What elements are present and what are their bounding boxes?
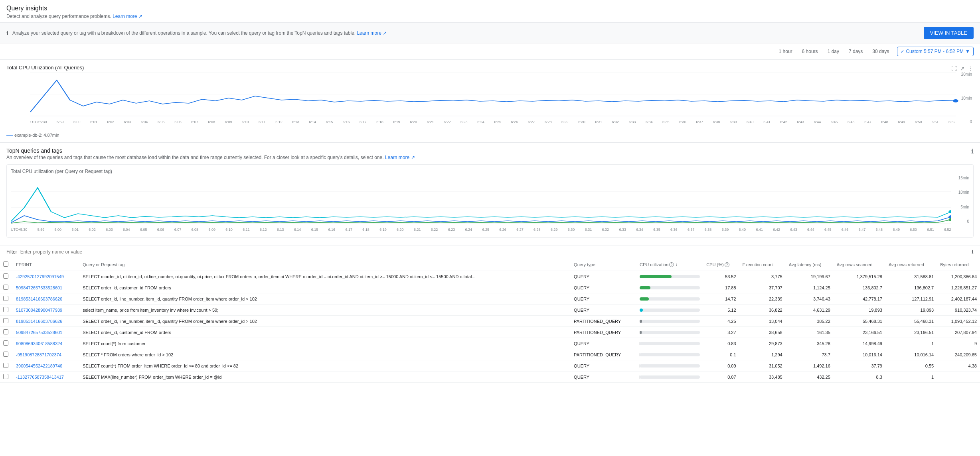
time-range-7days[interactable]: 7 days — [847, 48, 864, 55]
row-avg-rows-scanned: 23,166.51 — [834, 327, 885, 338]
row-checkbox-9[interactable] — [3, 374, 8, 379]
th-cpu-util: CPU utilization ? ↓ — [636, 258, 703, 271]
row-query: SELECT order_id, customer_id FROM orders — [79, 282, 571, 293]
fprint-link-7[interactable]: -951908728871702374 — [16, 352, 61, 357]
row-checkbox-cell — [0, 349, 13, 360]
per-query-cpu-chart: 15min 10min 5min 0 UT — [11, 176, 969, 232]
row-cpu-pct: 5.12 — [703, 305, 739, 316]
row-bytes-returned — [937, 371, 980, 383]
chart-share-icon[interactable]: ↗ — [960, 65, 965, 72]
row-cpu-pct: 17.88 — [703, 282, 739, 293]
row-cpu-bar — [636, 327, 703, 338]
row-bytes-returned: 1,226,851.27 — [937, 282, 980, 293]
row-query: SELECT count(*) from customer — [79, 338, 571, 349]
row-avg-latency: 432.25 — [786, 371, 834, 383]
row-checkbox-3[interactable] — [3, 307, 8, 312]
row-checkbox-2[interactable] — [3, 296, 8, 301]
row-checkbox-8[interactable] — [3, 363, 8, 368]
row-cpu-bar — [636, 293, 703, 305]
time-range-30days[interactable]: 30 days — [871, 48, 891, 55]
row-query-type: QUERY — [571, 360, 636, 371]
view-in-table-button[interactable]: VIEW IN TABLE — [924, 27, 974, 39]
time-range-custom[interactable]: ✓ Custom 5:57 PM - 6:52 PM ▼ — [897, 47, 974, 56]
row-avg-latency: 4,631.29 — [786, 305, 834, 316]
row-avg-rows-returned: 1 — [885, 371, 937, 383]
filter-info-icon[interactable]: ℹ — [972, 249, 974, 255]
row-checkbox-4[interactable] — [3, 318, 8, 323]
time-range-1hour[interactable]: 1 hour — [777, 48, 794, 55]
th-avg-rows-returned: Avg rows returned — [885, 258, 937, 271]
row-checkbox-1[interactable] — [3, 285, 8, 290]
row-cpu-bar — [636, 316, 703, 327]
row-query-type: PARTITIONED_QUERY — [571, 316, 636, 327]
fprint-link-4[interactable]: 8198531416603786626 — [16, 319, 62, 324]
row-checkbox-5[interactable] — [3, 329, 8, 334]
cpu-util-info-icon[interactable]: ? — [669, 262, 674, 267]
row-avg-latency: 385.22 — [786, 316, 834, 327]
page-title: Query insights — [6, 5, 974, 12]
row-avg-rows-scanned: 10,016.14 — [834, 349, 885, 360]
row-checkbox-cell — [0, 327, 13, 338]
fprint-link-5[interactable]: 5098472657533528601 — [16, 330, 62, 335]
total-cpu-chart-svg — [30, 72, 956, 116]
row-fprint: 3900544552422189746 — [13, 360, 79, 371]
row-query: SELECT * FROM orders where order_id > 10… — [79, 349, 571, 360]
row-query: SELECT order_id, line_number, item_id, q… — [79, 316, 571, 327]
chart-more-icon[interactable]: ⋮ — [968, 65, 974, 72]
fprint-link-2[interactable]: 8198531416603786626 — [16, 297, 62, 301]
th-fprint: FPRINT — [13, 258, 79, 271]
row-avg-rows-returned: 0.55 — [885, 360, 937, 371]
fprint-link-3[interactable]: 5107300428900477939 — [16, 308, 62, 313]
fprint-link-1[interactable]: 5098472657533528601 — [16, 285, 62, 290]
table-row: 3900544552422189746 SELECT count(*) FROM… — [0, 360, 980, 371]
row-query-type: QUERY — [571, 338, 636, 349]
topn-info-icon[interactable]: ℹ — [971, 147, 974, 155]
row-cpu-pct: 4.25 — [703, 316, 739, 327]
row-checkbox-cell — [0, 316, 13, 327]
filter-input[interactable] — [20, 249, 968, 255]
select-all-checkbox[interactable] — [3, 261, 8, 267]
learn-more-link-header[interactable]: Learn more ↗ — [113, 14, 142, 19]
row-checkbox-7[interactable] — [3, 352, 8, 357]
row-checkbox-cell — [0, 360, 13, 371]
table-row: 8198531416603786626 SELECT order_id, lin… — [0, 316, 980, 327]
time-range-6hours[interactable]: 6 hours — [800, 48, 820, 55]
learn-more-topn[interactable]: Learn more ↗ — [385, 155, 415, 160]
svg-point-9 — [948, 215, 951, 218]
filter-label: Filter — [6, 249, 17, 255]
cpu-pct-info-icon[interactable]: ? — [725, 262, 729, 267]
row-cpu-bar — [636, 349, 703, 360]
row-avg-latency: 19,199.67 — [786, 271, 834, 282]
topn-section: TopN queries and tags An overview of the… — [0, 143, 980, 246]
chart-fullscreen-icon[interactable]: ⛶ — [951, 65, 957, 72]
fprint-link-6[interactable]: 9080869340618588324 — [16, 341, 62, 346]
row-exec-count: 29,873 — [739, 338, 786, 349]
cpu-util-sort-icon[interactable]: ↓ — [676, 262, 678, 267]
row-checkbox-6[interactable] — [3, 340, 8, 346]
fprint-link-8[interactable]: 3900544552422189746 — [16, 364, 62, 368]
row-cpu-bar — [636, 371, 703, 383]
table-row: 9080869340618588324 SELECT count(*) from… — [0, 338, 980, 349]
row-avg-rows-returned: 31,588.81 — [885, 271, 937, 282]
fprint-link-9[interactable]: -1132776587358413417 — [16, 375, 64, 379]
fprint-link-0[interactable]: -4292570127992091549 — [16, 274, 64, 279]
row-bytes-returned: 910,323.74 — [937, 305, 980, 316]
table-body: -4292570127992091549 SELECT o.order_id, … — [0, 271, 980, 383]
total-cpu-chart-area — [30, 72, 956, 116]
topn-subtitle: An overview of the queries and tags that… — [6, 155, 415, 160]
banner-text: Analyze your selected query or tag with … — [12, 30, 920, 36]
learn-more-link-banner[interactable]: Learn more ↗ — [357, 30, 387, 36]
row-bytes-returned: 4.38 — [937, 360, 980, 371]
row-exec-count: 13,044 — [739, 316, 786, 327]
row-avg-rows-scanned: 55,468.31 — [834, 316, 885, 327]
th-query-type: Query type — [571, 258, 636, 271]
chart-x-axis: UTC+5:305:596:006:016:026:036:046:056:06… — [30, 120, 956, 124]
legend-line — [6, 135, 13, 136]
row-query-type: QUERY — [571, 282, 636, 293]
per-query-chart-svg — [11, 176, 951, 224]
time-range-1day[interactable]: 1 day — [826, 48, 841, 55]
table-row: 8198531416603786626 SELECT order_id, lin… — [0, 293, 980, 305]
table-container: FPRINT Query or Request tag Query type C… — [0, 258, 980, 383]
table-row: -951908728871702374 SELECT * FROM orders… — [0, 349, 980, 360]
row-checkbox-0[interactable] — [3, 273, 8, 279]
